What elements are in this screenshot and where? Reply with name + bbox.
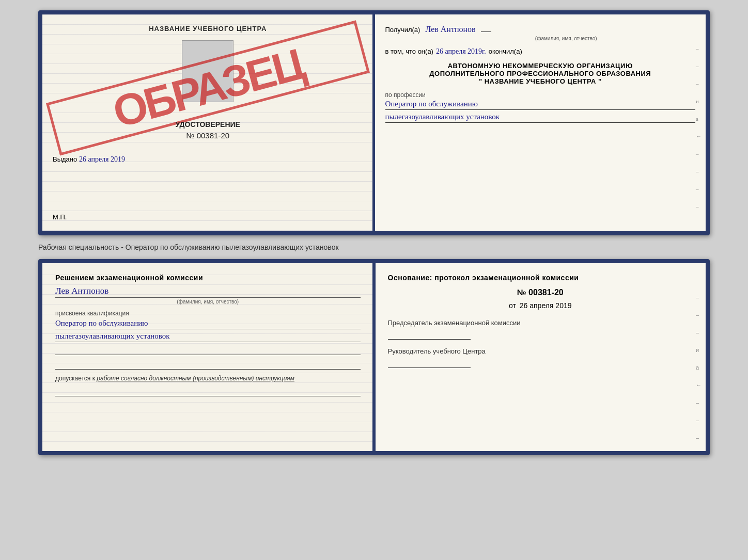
org-line3: " НАЗВАНИЕ УЧЕБНОГО ЦЕНТРА " xyxy=(385,77,696,85)
blank-line-3 xyxy=(55,386,361,396)
admitted-prefix: допускается к xyxy=(55,375,95,382)
director-signature-line xyxy=(388,358,471,368)
qual-line2: пылегазоулавливающих установок xyxy=(55,332,361,342)
profession-label: по профессии xyxy=(385,91,696,99)
bottom-cert-right-page: Основание: протокол экзаменационной коми… xyxy=(375,263,706,451)
completed-label: окончил(а) xyxy=(489,47,522,55)
bottom-cert-left-page: Решением экзаменационной комиссии Лев Ан… xyxy=(42,263,375,451)
decision-name: Лев Антпонов xyxy=(55,286,361,296)
protocol-date-row: от 26 апреля 2019 xyxy=(388,301,693,310)
fio-caption-bottom: (фамилия, имя, отчество) xyxy=(55,297,361,305)
bottom-certificate: Решением экзаменационной комиссии Лев Ан… xyxy=(38,259,710,455)
specialty-separator: Рабочая специальность - Оператор по обсл… xyxy=(38,243,710,251)
top-cert-right-page: Получил(а) Лев Антпонов (фамилия, имя, о… xyxy=(375,14,706,231)
decision-heading: Решением экзаменационной комиссии xyxy=(55,274,361,282)
qual-line1: Оператор по обслуживанию xyxy=(55,319,361,329)
mp-label: М.П. xyxy=(53,213,363,221)
protocol-date-prefix: от xyxy=(509,301,516,310)
admitted-text: работе согласно должностным (производств… xyxy=(97,375,294,382)
org-block: АВТОНОМНУЮ НЕКОММЕРЧЕСКУЮ ОРГАНИЗАЦИЮ ДО… xyxy=(385,62,696,85)
dash-field xyxy=(481,31,491,32)
cert-number: № 00381-20 xyxy=(53,131,363,140)
chairman-signature-line xyxy=(388,329,471,340)
issued-date: 26 апреля 2019 xyxy=(79,155,125,163)
chairman-label: Председатель экзаменационной комиссии xyxy=(388,319,693,327)
top-certificate: НАЗВАНИЕ УЧЕБНОГО ЦЕНТРА ОБРАЗЕЦ УДОСТОВ… xyxy=(38,10,710,235)
profession-line1: Оператор по обслуживанию xyxy=(385,100,696,110)
admitted-line: допускается к работе согласно должностны… xyxy=(55,375,361,382)
blank-line-1 xyxy=(55,345,361,355)
assigned-label: присвоена квалификация xyxy=(55,310,361,317)
protocol-number: № 00381-20 xyxy=(388,288,693,297)
completed-date: 26 апреля 2019г. xyxy=(436,47,486,56)
received-name: Лев Антпонов xyxy=(425,25,475,34)
director-label: Руководитель учебного Центра xyxy=(388,347,693,355)
top-cert-left-page: НАЗВАНИЕ УЧЕБНОГО ЦЕНТРА ОБРАЗЕЦ УДОСТОВ… xyxy=(42,14,375,231)
blank-line-2 xyxy=(55,359,361,370)
org-line1: АВТОНОМНУЮ НЕКОММЕРЧЕСКУЮ ОРГАНИЗАЦИЮ xyxy=(385,62,696,70)
protocol-date: 26 апреля 2019 xyxy=(520,301,572,310)
org-line2: ДОПОЛНИТЕЛЬНОГО ПРОФЕССИОНАЛЬНОГО ОБРАЗО… xyxy=(385,70,696,77)
bottom-right-dashes: – – – и а ← – – – xyxy=(696,294,702,441)
profession-line2: пылегазоулавливающих установок xyxy=(385,113,696,123)
cert-type-label: УДОСТОВЕРЕНИЕ xyxy=(53,120,363,129)
issued-line: Выдано 26 апреля 2019 xyxy=(53,155,363,164)
received-row: Получил(а) Лев Антпонов xyxy=(385,25,696,34)
in-that-label: в том, что он(а) xyxy=(385,47,433,55)
right-dashes: – – – и а ← – – – – xyxy=(696,45,702,210)
received-label: Получил(а) xyxy=(385,26,420,34)
basis-heading: Основание: протокол экзаменационной коми… xyxy=(388,274,693,282)
document-wrapper: НАЗВАНИЕ УЧЕБНОГО ЦЕНТРА ОБРАЗЕЦ УДОСТОВ… xyxy=(10,10,738,455)
fio-caption-top: (фамилия, имя, отчество) xyxy=(437,36,696,41)
